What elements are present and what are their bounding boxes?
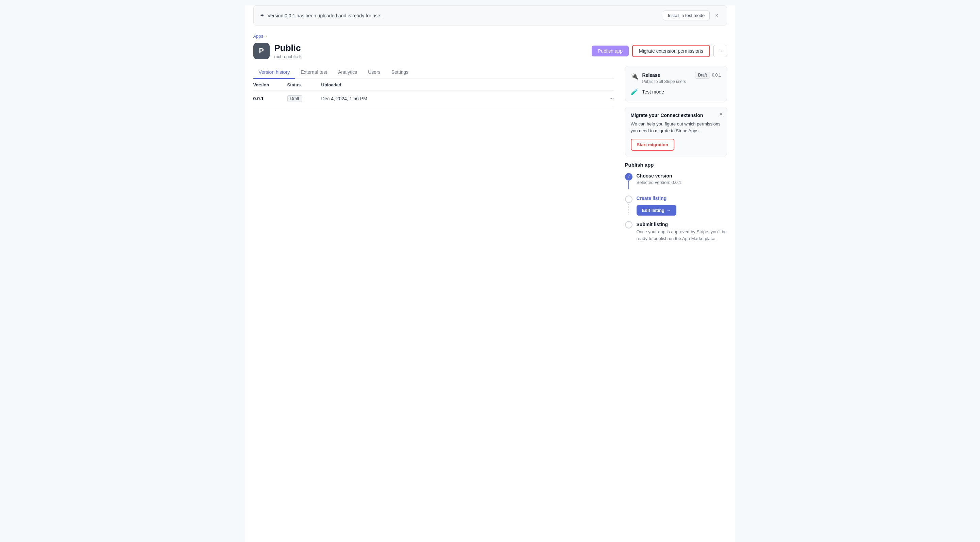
- tab-version-history[interactable]: Version history: [253, 66, 296, 79]
- step-content-1: Choose version Selected version: 0.0.1: [636, 173, 727, 190]
- app-info: Public mchu.public ⎘: [274, 43, 302, 59]
- row-status-cell: Draft: [287, 95, 321, 102]
- tab-external-test[interactable]: External test: [295, 66, 332, 79]
- step-sub-1: Selected version: 0.0.1: [636, 180, 727, 185]
- step-title-1: Choose version: [636, 173, 727, 178]
- release-card: 🔌 Release Draft 0.0.1 Public to all Stri…: [625, 66, 727, 101]
- edit-listing-arrow: →: [667, 208, 671, 213]
- draft-badge: Draft: [695, 72, 710, 79]
- main-content: Version history External test Analytics …: [253, 66, 614, 247]
- step-circle-pending-3: [625, 221, 633, 229]
- banner-close-button[interactable]: ×: [713, 12, 720, 19]
- col-uploaded: Uploaded: [321, 82, 600, 87]
- release-icon: 🔌: [631, 72, 638, 80]
- publish-app-button[interactable]: Publish app: [592, 46, 629, 56]
- release-badges: Draft 0.0.1: [695, 72, 721, 79]
- main-layout: Version history External test Analytics …: [245, 66, 735, 247]
- migrate-card-close-button[interactable]: ×: [719, 111, 722, 117]
- step-content-2: Create listing Edit listing →: [636, 196, 727, 216]
- step-circle-done-1: ✓: [625, 173, 633, 181]
- step-line-1: [628, 181, 629, 189]
- sparkle-icon: ✦: [260, 12, 264, 19]
- release-sub: Public to all Stripe users: [642, 79, 721, 84]
- start-migration-button[interactable]: Start migration: [631, 139, 674, 151]
- app-icon: P: [253, 43, 270, 59]
- breadcrumb: Apps ›: [245, 31, 735, 40]
- publish-step-choose-version: ✓ Choose version Selected version: 0.0.1: [625, 173, 727, 190]
- release-row: 🔌 Release Draft 0.0.1 Public to all Stri…: [631, 72, 721, 84]
- banner-message-group: ✦ Version 0.0.1 has been uploaded and is…: [260, 12, 382, 19]
- step-circle-pending-2: [625, 196, 633, 203]
- publish-section: Publish app ✓ Choose version Selected ve…: [625, 162, 727, 242]
- install-test-mode-button[interactable]: Install in test mode: [663, 11, 710, 21]
- migrate-card-description: We can help you figure out which permiss…: [631, 121, 721, 134]
- breadcrumb-apps-link[interactable]: Apps: [253, 34, 264, 39]
- step-content-3: Submit listing Once your app is approved…: [636, 222, 727, 242]
- test-mode-label: Test mode: [642, 89, 665, 95]
- table-row: 0.0.1 Draft Dec 4, 2024, 1:56 PM ···: [253, 91, 614, 107]
- tab-analytics[interactable]: Analytics: [332, 66, 363, 79]
- col-version: Version: [253, 82, 287, 87]
- sidebar: 🔌 Release Draft 0.0.1 Public to all Stri…: [625, 66, 727, 247]
- status-badge: Draft: [287, 95, 302, 102]
- test-mode-row: 🧪 Test mode: [631, 88, 721, 95]
- publish-section-title: Publish app: [625, 162, 727, 168]
- app-name: Public: [274, 43, 302, 53]
- edit-listing-button[interactable]: Edit listing →: [636, 205, 676, 216]
- edit-listing-label: Edit listing: [642, 208, 665, 213]
- step-line-2: [628, 203, 629, 215]
- row-uploaded: Dec 4, 2024, 1:56 PM: [321, 96, 600, 101]
- step-title-3: Submit listing: [636, 222, 727, 227]
- row-menu-button[interactable]: ···: [600, 95, 614, 102]
- publish-step-create-listing: Create listing Edit listing →: [625, 196, 727, 216]
- table-header: Version Status Uploaded: [253, 79, 614, 91]
- col-status: Status: [287, 82, 321, 87]
- copy-icon[interactable]: ⎘: [299, 54, 302, 59]
- row-version: 0.0.1: [253, 96, 287, 101]
- tab-users[interactable]: Users: [363, 66, 386, 79]
- breadcrumb-separator: ›: [265, 34, 267, 39]
- more-options-button[interactable]: ···: [713, 45, 727, 57]
- app-subtitle: mchu.public ⎘: [274, 54, 302, 59]
- migrate-card: × Migrate your Connect extension We can …: [625, 107, 727, 156]
- upload-banner: ✦ Version 0.0.1 has been uploaded and is…: [253, 5, 727, 25]
- release-info: Release Draft 0.0.1 Public to all Stripe…: [642, 72, 721, 84]
- migrate-card-title: Migrate your Connect extension: [631, 113, 721, 118]
- app-header: P Public mchu.public ⎘ Publish app Migra…: [245, 40, 735, 60]
- version-badge: 0.0.1: [712, 73, 721, 78]
- step-indicator-1: ✓: [625, 173, 633, 190]
- publish-step-submit: Submit listing Once your app is approved…: [625, 221, 727, 242]
- col-actions: [600, 82, 614, 87]
- test-mode-icon: 🧪: [631, 88, 638, 95]
- step-sub-3: Once your app is approved by Stripe, you…: [636, 229, 727, 242]
- release-label: Release: [642, 72, 660, 78]
- migrate-extension-button[interactable]: Migrate extension permissions: [632, 45, 710, 57]
- banner-actions: Install in test mode ×: [663, 11, 721, 21]
- step-indicator-2: [625, 196, 633, 216]
- tab-settings[interactable]: Settings: [386, 66, 414, 79]
- page-wrapper: ✦ Version 0.0.1 has been uploaded and is…: [245, 5, 735, 542]
- app-identifier: mchu.public: [274, 54, 298, 59]
- app-title-group: P Public mchu.public ⎘: [253, 43, 302, 59]
- banner-message: Version 0.0.1 has been uploaded and is r…: [267, 13, 382, 18]
- step-title-2: Create listing: [636, 196, 727, 201]
- app-icon-letter: P: [259, 46, 264, 56]
- tabs-bar: Version history External test Analytics …: [253, 66, 614, 79]
- step-indicator-3: [625, 221, 633, 242]
- app-actions: Publish app Migrate extension permission…: [592, 45, 727, 57]
